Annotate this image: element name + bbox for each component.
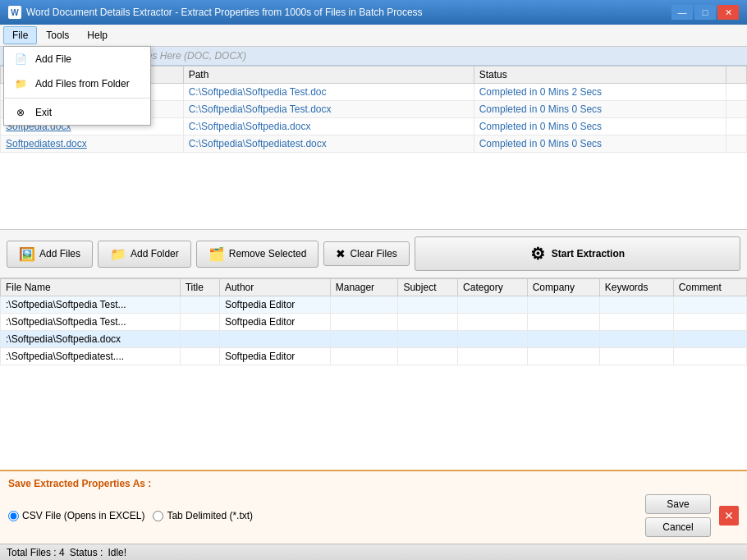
save-button[interactable]: Save bbox=[645, 494, 711, 514]
start-extraction-button[interactable]: ⚙ Start Extraction bbox=[415, 236, 740, 271]
close-save-button[interactable]: ✕ bbox=[719, 506, 739, 526]
add-folder-icon: 📁 bbox=[110, 246, 126, 262]
list-item[interactable]: :\Softpedia\Softpedia Test... Softpedia … bbox=[1, 314, 747, 331]
status-value: Idle! bbox=[108, 547, 126, 558]
cancel-button[interactable]: Cancel bbox=[645, 517, 711, 537]
col-status: Status bbox=[474, 67, 726, 84]
file-dropdown-menu: 📄 Add File 📁 Add Files from Folder ⊗ Exi… bbox=[3, 46, 151, 126]
gear-icon: ⚙ bbox=[530, 244, 545, 264]
results-table-container[interactable]: File Name Title Author Manager Subject C… bbox=[0, 278, 747, 470]
menu-bar: File Tools Help 📄 Add File 📁 Add Files f… bbox=[0, 25, 747, 47]
button-bar: 🖼️ Add Files 📁 Add Folder 🗂️ Remove Sele… bbox=[0, 230, 747, 278]
results-table: File Name Title Author Manager Subject C… bbox=[0, 278, 747, 365]
res-col-filename: File Name bbox=[1, 279, 181, 296]
list-item[interactable]: :\Softpedia\Softpedia Test... Softpedia … bbox=[1, 296, 747, 314]
save-section: Save Extracted Properties As : CSV File … bbox=[0, 470, 747, 544]
close-button[interactable]: ✕ bbox=[717, 5, 739, 20]
menu-help[interactable]: Help bbox=[78, 26, 117, 44]
menu-exit[interactable]: ⊗ Exit bbox=[4, 100, 150, 125]
csv-radio[interactable] bbox=[8, 511, 19, 521]
res-col-company: Company bbox=[527, 279, 599, 296]
res-col-category: Category bbox=[458, 279, 528, 296]
list-item[interactable]: :\Softpedia\Softpedia.docx bbox=[1, 331, 747, 348]
menu-tools[interactable]: Tools bbox=[37, 26, 78, 44]
list-item[interactable]: :\Softpedia\Softpediatest.... Softpedia … bbox=[1, 348, 747, 365]
add-folder-icon: 📁 bbox=[12, 76, 29, 92]
res-col-author: Author bbox=[219, 279, 330, 296]
clear-files-button[interactable]: ✖ Clear Files bbox=[323, 241, 409, 266]
table-row[interactable]: Softpediatest.docx C:\Softpedia\Softpedi… bbox=[1, 135, 747, 153]
add-folder-button[interactable]: 📁 Add Folder bbox=[98, 241, 191, 268]
res-col-comment: Comment bbox=[673, 279, 746, 296]
tab-radio[interactable] bbox=[153, 511, 163, 521]
col-path: Path bbox=[183, 67, 474, 84]
add-files-button[interactable]: 🖼️ Add Files bbox=[7, 241, 93, 268]
app-icon: W bbox=[8, 6, 21, 19]
save-label: Save Extracted Properties As : bbox=[8, 478, 739, 489]
res-col-subject: Subject bbox=[398, 279, 458, 296]
menu-file[interactable]: File bbox=[3, 26, 37, 44]
res-col-title: Title bbox=[180, 279, 219, 296]
title-bar: W Word Document Details Extractor - Extr… bbox=[0, 0, 747, 25]
maximize-button[interactable]: □ bbox=[694, 5, 716, 20]
menu-add-folder[interactable]: 📁 Add Files from Folder bbox=[4, 71, 150, 96]
res-col-manager: Manager bbox=[330, 279, 398, 296]
csv-option[interactable]: CSV File (Opens in EXCEL) bbox=[8, 510, 144, 521]
total-files-label: Total Files : 4 bbox=[7, 547, 65, 558]
add-file-icon: 📄 bbox=[12, 51, 29, 67]
remove-icon: 🗂️ bbox=[209, 246, 225, 262]
window-controls: — □ ✕ bbox=[671, 5, 739, 20]
status-label: Status : bbox=[70, 547, 103, 558]
status-bar: Total Files : 4 Status : Idle! bbox=[0, 544, 747, 560]
res-col-keywords: Keywords bbox=[599, 279, 673, 296]
clear-icon: ✖ bbox=[336, 247, 346, 260]
exit-icon: ⊗ bbox=[12, 104, 29, 121]
window-title: Word Document Details Extractor - Extrac… bbox=[26, 7, 423, 18]
menu-add-file[interactable]: 📄 Add File bbox=[4, 47, 150, 71]
save-button-group: Save Cancel bbox=[645, 494, 711, 537]
tab-option[interactable]: Tab Delimited (*.txt) bbox=[153, 510, 253, 521]
minimize-button[interactable]: — bbox=[671, 5, 693, 20]
remove-selected-button[interactable]: 🗂️ Remove Selected bbox=[196, 241, 319, 268]
add-files-icon: 🖼️ bbox=[19, 246, 35, 262]
col-empty bbox=[726, 67, 747, 84]
